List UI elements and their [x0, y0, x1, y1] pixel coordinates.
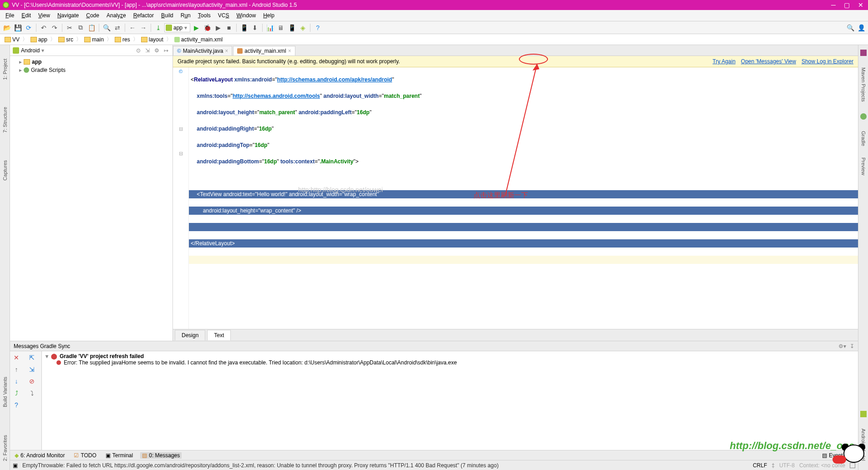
user-icon[interactable]: 👤 — [856, 23, 866, 33]
tab-gradle[interactable]: Gradle — [861, 131, 866, 146]
crumb-vv[interactable]: VV — [3, 36, 21, 43]
tab-structure[interactable]: 7: Structure — [2, 107, 8, 133]
undo-icon[interactable]: ↶ — [39, 23, 49, 33]
open-icon[interactable]: 📂 — [2, 23, 12, 33]
cut-icon[interactable]: ✂ — [65, 23, 75, 33]
project-view-label[interactable]: Android — [21, 47, 40, 54]
info-icon[interactable]: ? — [12, 400, 21, 409]
settings-gear-icon[interactable]: ⚙ — [153, 47, 161, 54]
tree-node-gradle[interactable]: ▸Gradle Scripts — [13, 66, 170, 74]
device-icon[interactable]: 📱 — [287, 23, 297, 33]
tab-captures[interactable]: Captures — [2, 160, 8, 181]
make-icon[interactable]: ⤓ — [153, 23, 163, 33]
tab-project[interactable]: 1: Project — [2, 59, 8, 80]
monitor-icon[interactable]: 🖥 — [276, 23, 286, 33]
fold-icon[interactable]: ⊟ — [173, 149, 188, 157]
status-icon[interactable]: ▣ — [13, 462, 18, 469]
back-icon[interactable]: ← — [127, 23, 137, 33]
crumb-src[interactable]: src — [56, 36, 75, 43]
menu-tools[interactable]: Tools — [194, 11, 214, 20]
tab-maven[interactable]: Maven Projects — [861, 67, 866, 102]
collapse-tree-icon[interactable]: ▾ — [46, 353, 48, 359]
coverage-icon[interactable]: ▶ — [213, 23, 223, 33]
tab-preview[interactable]: Preview — [861, 157, 866, 175]
debug-icon[interactable]: 🐞 — [202, 23, 212, 33]
messages-settings-icon[interactable]: ⚙▾ — [838, 343, 846, 349]
up-icon[interactable]: ↑ — [12, 365, 21, 374]
menu-run[interactable]: Run — [177, 11, 194, 20]
filter-icon[interactable]: ⊘ — [27, 377, 36, 386]
collapse-all-icon[interactable]: ⇲ — [144, 47, 151, 54]
tool-messages[interactable]: ▤0: Messages — [140, 452, 182, 459]
open-messages-link[interactable]: Open 'Messages' View — [741, 58, 796, 65]
android-tb-icon[interactable]: ◈ — [298, 23, 308, 33]
tool-terminal[interactable]: ▣Terminal — [104, 452, 135, 459]
export-icon[interactable]: ⤴ — [12, 389, 21, 398]
run-config-combo[interactable]: app ▾ — [164, 23, 190, 32]
tab-text[interactable]: Text — [207, 330, 231, 340]
scroll-from-source-icon[interactable]: ⊙ — [135, 47, 142, 54]
editor-tab-mainactivity[interactable]: ©MainActivity.java× — [173, 46, 232, 56]
menu-view[interactable]: View — [35, 11, 54, 20]
crumb-res[interactable]: res — [113, 36, 132, 43]
crumb-main[interactable]: main — [82, 36, 106, 43]
stop-icon[interactable]: ■ — [224, 23, 234, 33]
help-icon[interactable]: ? — [313, 23, 323, 33]
main-toolbar: 📂 💾 ⟳ ↶ ↷ ✂ ⧉ 📋 🔍 ⇄ ← → ⤓ app ▾ ▶ 🐞 ▶ ■ … — [0, 21, 868, 34]
sdk-icon[interactable]: ⬇ — [250, 23, 260, 33]
down-icon[interactable]: ↓ — [12, 377, 21, 386]
menu-file[interactable]: File — [2, 11, 18, 20]
tool-android-monitor[interactable]: ◆6: Android Monitor — [13, 452, 66, 459]
menu-window[interactable]: Window — [233, 11, 259, 20]
close-button[interactable]: ✕ — [858, 1, 863, 9]
try-again-link[interactable]: Try Again — [713, 58, 736, 65]
messages-header: Messages Gradle Sync — [14, 343, 70, 349]
ddms-icon[interactable]: 📊 — [265, 23, 275, 33]
search-everywhere-icon[interactable]: 🔍 — [845, 23, 855, 33]
redo-icon[interactable]: ↷ — [50, 23, 60, 33]
menu-refactor[interactable]: Refactor — [130, 11, 157, 20]
import-icon[interactable]: ⤵ — [27, 389, 36, 398]
crumb-file[interactable]: activity_main.xml — [173, 36, 224, 43]
menu-analyze[interactable]: Analyze — [103, 11, 130, 20]
messages-icon: ▤ — [142, 452, 147, 459]
hide-icon[interactable]: ↦ — [162, 47, 170, 54]
menu-navigate[interactable]: Navigate — [54, 11, 82, 20]
show-log-link[interactable]: Show Log in Explorer — [802, 58, 853, 65]
sync-icon[interactable]: ⟳ — [24, 23, 34, 33]
status-crlf[interactable]: CRLF — [753, 462, 767, 469]
close-msg-icon[interactable]: ✕ — [12, 353, 21, 362]
run-icon[interactable]: ▶ — [191, 23, 201, 33]
tab-build-variants[interactable]: Build Variants — [2, 377, 8, 407]
close-tab-icon[interactable]: × — [288, 48, 291, 54]
tree-node-app[interactable]: ▸app — [13, 58, 170, 66]
crumb-layout[interactable]: layout — [139, 36, 165, 43]
menu-edit[interactable]: Edit — [18, 11, 35, 20]
menu-build[interactable]: Build — [157, 11, 177, 20]
minimize-button[interactable]: ─ — [831, 1, 836, 9]
crumb-app[interactable]: app — [29, 36, 49, 43]
todo-icon: ☑ — [74, 452, 79, 459]
expand-icon[interactable]: ⇱ — [27, 353, 36, 362]
avd-icon[interactable]: 📱 — [239, 23, 249, 33]
collapse-icon[interactable]: ⇲ — [27, 365, 36, 374]
menu-help[interactable]: Help — [259, 11, 278, 20]
tool-todo[interactable]: ☑TODO — [72, 452, 98, 459]
maximize-button[interactable]: ▢ — [844, 1, 850, 9]
close-tab-icon[interactable]: × — [225, 48, 228, 54]
tab-favorites[interactable]: 2: Favorites — [2, 435, 8, 461]
forward-icon[interactable]: → — [138, 23, 148, 33]
copy-icon[interactable]: ⧉ — [76, 23, 86, 33]
save-icon[interactable]: 💾 — [13, 23, 23, 33]
editor-tab-activitymain[interactable]: activity_main.xml× — [233, 46, 295, 56]
menu-vcs[interactable]: VCS — [214, 11, 233, 20]
paste-icon[interactable]: 📋 — [86, 23, 96, 33]
gutter-class-icon[interactable]: © — [173, 67, 188, 76]
tab-design[interactable]: Design — [175, 330, 205, 340]
replace-icon[interactable]: ⇄ — [112, 23, 122, 33]
fold-icon[interactable]: ⊟ — [173, 125, 188, 133]
status-encoding[interactable]: UTF-8 — [779, 462, 795, 469]
messages-hide-icon[interactable]: ↧ — [850, 343, 854, 349]
menu-code[interactable]: Code — [82, 11, 103, 20]
find-icon[interactable]: 🔍 — [102, 23, 112, 33]
